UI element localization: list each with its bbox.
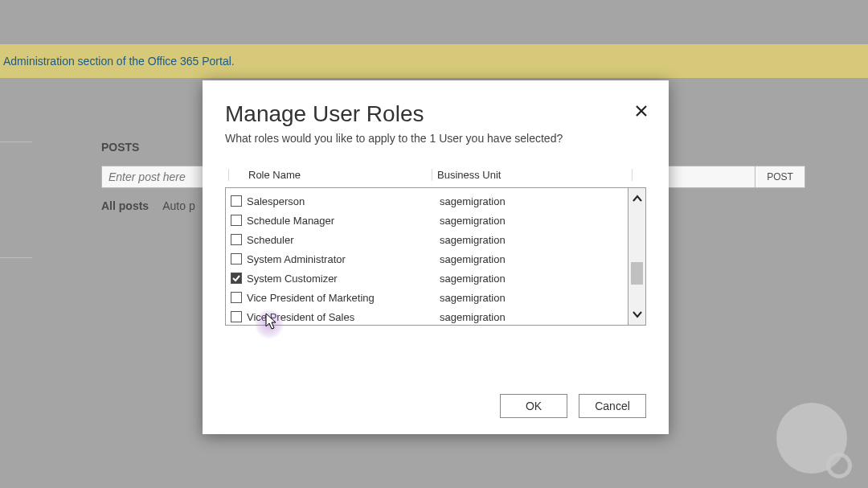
filter-all-posts[interactable]: All posts [101,199,149,212]
role-name-cell: Schedule Manager [247,215,440,227]
role-checkbox[interactable] [231,253,242,265]
role-row[interactable]: Vice President of Marketingsagemigration [226,288,628,307]
scroll-track[interactable] [628,206,645,307]
role-checkbox[interactable] [231,195,242,207]
scrollbar[interactable] [628,188,645,325]
role-name-cell: Salesperson [247,195,440,207]
business-unit-cell: sagemigration [440,311,628,323]
dialog-buttons: OK Cancel [500,394,646,418]
scroll-up-button[interactable] [632,191,643,206]
filter-auto-posts[interactable]: Auto p [162,199,194,212]
info-banner: Administration section of the Office 365… [0,44,868,78]
presenter-avatar [764,390,852,478]
role-row[interactable]: Salespersonsagemigration [226,191,628,211]
scroll-down-button[interactable] [632,307,643,322]
role-row[interactable]: Schedulersagemigration [226,230,628,249]
dialog-subtitle: What roles would you like to apply to th… [225,132,646,145]
col-business-unit[interactable]: Business Unit [432,169,632,181]
role-row[interactable]: Schedule Managersagemigration [226,211,628,230]
posts-heading: POSTS [101,141,139,154]
post-filters: All posts Auto p [101,199,207,212]
scroll-thumb[interactable] [631,262,643,285]
roles-grid: SalespersonsagemigrationSchedule Manager… [225,187,646,326]
roles-grid-body: SalespersonsagemigrationSchedule Manager… [226,188,628,325]
close-button[interactable] [632,103,651,122]
business-unit-cell: sagemigration [440,253,628,265]
chevron-down-icon [632,307,643,321]
banner-text: Administration section of the Office 365… [3,55,235,68]
role-row[interactable]: System Administratorsagemigration [226,249,628,269]
close-icon [635,105,648,121]
role-name-cell: Vice President of Marketing [247,292,440,304]
role-checkbox[interactable] [231,234,242,245]
role-row[interactable]: Vice President of Salessagemigration [226,307,628,326]
col-spacer [632,169,646,181]
avatar-ring-icon [826,453,852,478]
role-checkbox[interactable] [231,292,242,303]
role-name-cell: Vice President of Sales [247,311,440,323]
divider [0,257,32,258]
col-role-name[interactable]: Role Name [228,169,432,181]
dialog-title: Manage User Roles [225,101,646,127]
role-row[interactable]: System Customizersagemigration [226,269,628,288]
role-name-cell: System Administrator [247,253,440,265]
divider [0,141,32,142]
role-name-cell: Scheduler [247,234,440,246]
business-unit-cell: sagemigration [440,292,628,304]
role-checkbox[interactable] [231,273,242,284]
business-unit-cell: sagemigration [440,215,628,227]
role-name-cell: System Customizer [247,273,440,285]
business-unit-cell: sagemigration [440,273,628,285]
role-checkbox[interactable] [231,311,242,322]
business-unit-cell: sagemigration [440,195,628,207]
post-button[interactable]: POST [755,166,805,188]
manage-user-roles-dialog: Manage User Roles What roles would you l… [203,80,669,434]
role-checkbox[interactable] [231,215,242,226]
cancel-button[interactable]: Cancel [579,394,646,418]
chevron-up-icon [632,191,643,205]
grid-header: Role Name Business Unit [225,169,646,181]
business-unit-cell: sagemigration [440,234,628,246]
ok-button[interactable]: OK [500,394,567,418]
